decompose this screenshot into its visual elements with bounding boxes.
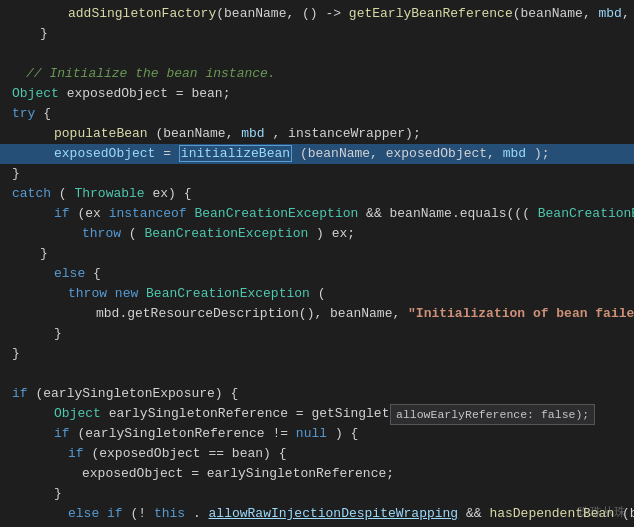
code-line: if (earlySingletonExposure) { (0, 384, 634, 404)
code-line: } (0, 344, 634, 364)
code-token: if (54, 426, 70, 441)
code-line: try { (0, 104, 634, 124)
code-token: } (12, 346, 20, 361)
code-token: = (163, 146, 179, 161)
code-line: addSingletonFactory(beanName, () -> getE… (0, 4, 634, 24)
code-line: // Initialize the bean instance. (0, 64, 634, 84)
code-token: (beanName, exposedObject, (300, 146, 503, 161)
code-token: exposedObject = bean; (67, 86, 231, 101)
code-token: this (154, 506, 185, 521)
code-token: Object (54, 406, 101, 421)
code-token: ); (534, 146, 550, 161)
code-line: if (exposedObject == bean) { (0, 444, 634, 464)
code-token: try (12, 106, 35, 121)
code-line (0, 44, 634, 64)
code-token: if (107, 506, 123, 521)
code-token: else (54, 266, 85, 281)
code-token: mbd (599, 6, 622, 21)
code-token: BeanCreationException (538, 206, 634, 221)
code-token: Throwable (74, 186, 144, 201)
code-token: { (93, 266, 101, 281)
code-token: (ex (77, 206, 108, 221)
code-token: , bean)); (622, 6, 634, 21)
code-token: ( (318, 286, 326, 301)
code-token: (earlySingletonExposure) { (35, 386, 238, 401)
code-token: (beanName, () -> (216, 6, 349, 21)
code-token: , instanceWrapper); (272, 126, 420, 141)
code-token: if (12, 386, 28, 401)
code-line-highlighted: exposedObject = initializeBean (beanName… (0, 144, 634, 164)
code-token: } (54, 486, 62, 501)
code-line: catch ( Throwable ex) { (0, 184, 634, 204)
code-token: instanceof (109, 206, 187, 221)
code-line (0, 364, 634, 384)
code-comment: // Initialize the bean instance. (26, 66, 276, 81)
code-token: allowRawInjectionDespiteWrapping (209, 506, 459, 521)
code-token: Object (12, 86, 59, 101)
code-token: ( (59, 186, 67, 201)
code-token: && (466, 506, 489, 521)
code-token: exposedObject (54, 146, 155, 161)
code-line: if (ex instanceof BeanCreationException … (0, 204, 634, 224)
code-token: BeanCreationException (146, 286, 310, 301)
code-token: (beanName, (513, 6, 599, 21)
code-token: BeanCreationException (144, 226, 308, 241)
code-line: Object exposedObject = bean; (0, 84, 634, 104)
code-token: ex) { (152, 186, 191, 201)
code-line: } (0, 24, 634, 44)
code-token: (beanName, (155, 126, 241, 141)
code-token: } (40, 246, 48, 261)
code-token-highlighted: initializeBean (179, 145, 292, 162)
code-line: Object earlySingletonReference = getSing… (0, 404, 634, 424)
code-line: else { (0, 264, 634, 284)
code-line: } (0, 164, 634, 184)
code-token: ) { (335, 426, 358, 441)
code-line: throw ( BeanCreationException ) ex; (0, 224, 634, 244)
code-token: catch (12, 186, 51, 201)
code-line: if (earlySingletonReference != null ) { (0, 424, 634, 444)
code-token: addSingletonFactory (68, 6, 216, 21)
code-token: else (68, 506, 99, 521)
code-token: BeanCreationException (194, 206, 358, 221)
code-line: exposedObject = earlySingletonReference; (0, 464, 634, 484)
code-line: throw new BeanCreationException ( (0, 284, 634, 304)
code-token: (! (130, 506, 146, 521)
code-token: (earlySingletonReference != (77, 426, 295, 441)
code-token: populateBean (54, 126, 148, 141)
code-token: throw (82, 226, 121, 241)
code-token: { (43, 106, 51, 121)
code-token: mbd (503, 146, 526, 161)
code-token: getEarlyBeanReference (349, 6, 513, 21)
code-token: } (12, 166, 20, 181)
code-token: (beanName) (622, 506, 634, 521)
code-token: new (115, 286, 138, 301)
code-token: hasDependentBean (489, 506, 614, 521)
code-token: . (193, 506, 201, 521)
code-token: throw (68, 286, 107, 301)
code-token: if (68, 446, 84, 461)
code-token: earlySingletonReference = getSingleton(b… (109, 406, 483, 421)
code-token: exposedObject = earlySingletonReference; (82, 466, 394, 481)
code-editor: addSingletonFactory(beanName, () -> getE… (0, 0, 634, 527)
code-token: } (54, 326, 62, 341)
code-token: ( (129, 226, 137, 241)
code-line: } (0, 324, 634, 344)
code-token: (exposedObject == bean) { (91, 446, 286, 461)
code-token: } (40, 26, 48, 41)
code-token: if (54, 206, 70, 221)
code-token: ) ex; (316, 226, 355, 241)
code-line: } (0, 244, 634, 264)
code-token: "Initialization of bean faile (408, 306, 634, 321)
code-token: mbd (241, 126, 264, 141)
code-line: mbd.getResourceDescription(), beanName, … (0, 304, 634, 324)
code-line: populateBean (beanName, mbd , instanceWr… (0, 124, 634, 144)
code-line: } (0, 484, 634, 504)
code-token: mbd.getResourceDescription(), beanName, (96, 306, 408, 321)
code-line: else if (! this . allowRawInjectionDespi… (0, 504, 634, 524)
code-token: && beanName.equals((( (366, 206, 530, 221)
code-token: null (296, 426, 327, 441)
